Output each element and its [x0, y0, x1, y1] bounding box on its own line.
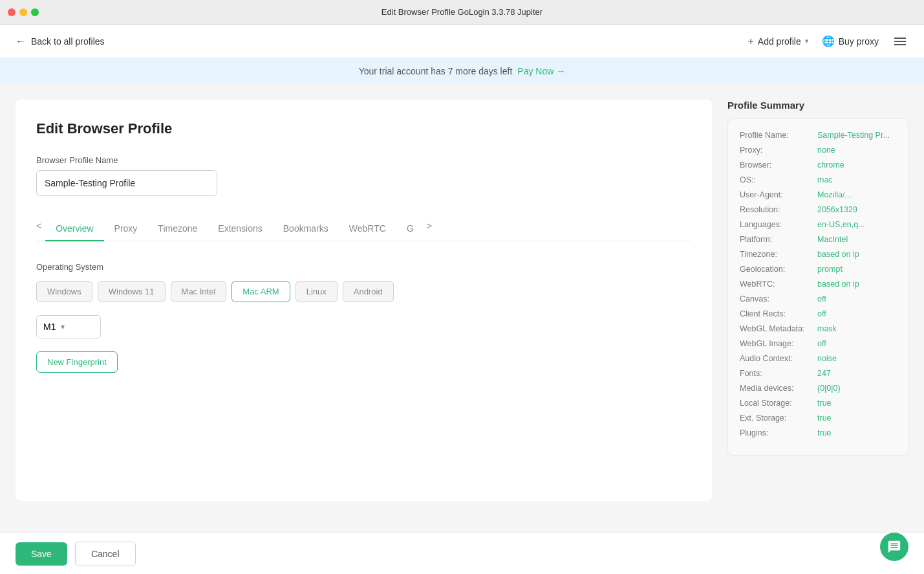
- chat-icon: [887, 540, 901, 554]
- os-buttons: Windows Windows 11 Mac Intel Mac ARM Lin…: [36, 281, 691, 302]
- os-btn-linux[interactable]: Linux: [295, 281, 338, 302]
- maximize-button[interactable]: [31, 8, 39, 16]
- title-bar: Edit Browser Profile GoLogin 3.3.78 Jupi…: [0, 0, 924, 25]
- summary-row-mediadevices: Media devices: (0|0|0): [740, 384, 896, 393]
- edit-form: Edit Browser Profile Browser Profile Nam…: [16, 100, 712, 501]
- nav-right: + Add profile ▾ 🌐 Buy proxy: [747, 35, 908, 48]
- profile-name-input[interactable]: [36, 170, 217, 196]
- summary-row-clientrects: Client Rects: off: [740, 309, 896, 318]
- summary-row-resolution: Resolution: 2056x1329: [740, 205, 896, 214]
- trial-message: Your trial account has 7 more days left: [359, 66, 513, 76]
- tab-overview[interactable]: Overview: [45, 217, 103, 241]
- top-nav: ← Back to all profiles + Add profile ▾ 🌐…: [0, 25, 924, 58]
- summary-row-browser: Browser: chrome: [740, 160, 896, 170]
- tabs-container: < Overview Proxy Timezone Extensions Boo…: [36, 217, 691, 241]
- main-content: Edit Browser Profile Browser Profile Nam…: [0, 84, 924, 516]
- summary-row-fonts: Fonts: 247: [740, 369, 896, 378]
- summary-row-audiocontext: Audio Context: noise: [740, 354, 896, 363]
- summary-row-proxy: Proxy: none: [740, 146, 896, 155]
- tab-extensions[interactable]: Extensions: [208, 217, 272, 241]
- os-section-label: Operating System: [36, 262, 691, 272]
- summary-row-platform: Platform: MacIntel: [740, 235, 896, 244]
- summary-card: Profile Name: Sample-Testing Pr... Proxy…: [727, 118, 908, 456]
- summary-row-timezone: Timezone: based on ip: [740, 250, 896, 259]
- add-profile-label: Add profile: [758, 36, 801, 47]
- summary-row-useragent: User-Agent: Mozilla/...: [740, 190, 896, 199]
- summary-row-webrtc: WebRTC: based on ip: [740, 280, 896, 289]
- os-btn-windows[interactable]: Windows: [36, 281, 92, 302]
- chevron-down-icon: ▾: [805, 37, 809, 45]
- tab-bookmarks[interactable]: Bookmarks: [273, 217, 339, 241]
- summary-row-localstorage: Local Storage: true: [740, 399, 896, 408]
- tab-g[interactable]: G: [396, 217, 424, 241]
- save-button[interactable]: Save: [16, 542, 67, 566]
- summary-row-webglimage: WebGL Image: off: [740, 339, 896, 348]
- tab-timezone[interactable]: Timezone: [147, 217, 208, 241]
- tab-prev-arrow[interactable]: <: [36, 221, 45, 237]
- back-button[interactable]: ← Back to all profiles: [16, 36, 105, 47]
- tab-proxy[interactable]: Proxy: [104, 217, 148, 241]
- version-dropdown[interactable]: M1 ▾: [36, 315, 101, 338]
- hamburger-menu[interactable]: [892, 35, 908, 48]
- profile-name-label: Browser Profile Name: [36, 155, 691, 165]
- trial-banner: Your trial account has 7 more days left …: [0, 58, 924, 84]
- tab-next-arrow[interactable]: >: [424, 221, 432, 237]
- os-btn-macarm[interactable]: Mac ARM: [231, 281, 290, 302]
- chat-button[interactable]: [880, 533, 908, 561]
- form-title: Edit Browser Profile: [36, 120, 691, 137]
- bottom-bar: Save Cancel: [0, 533, 924, 574]
- summary-row-extstorage: Ext. Storage: true: [740, 414, 896, 423]
- globe-icon: 🌐: [822, 35, 835, 47]
- profile-summary: Profile Summary Profile Name: Sample-Tes…: [727, 100, 908, 501]
- buy-proxy-button[interactable]: 🌐 Buy proxy: [822, 35, 879, 47]
- summary-row-profilename: Profile Name: Sample-Testing Pr...: [740, 131, 896, 140]
- cancel-button[interactable]: Cancel: [75, 542, 136, 566]
- summary-row-plugins: Plugins: true: [740, 428, 896, 437]
- close-button[interactable]: [8, 8, 16, 16]
- summary-row-os: OS:: mac: [740, 175, 896, 184]
- traffic-lights: [8, 8, 39, 16]
- window-title: Edit Browser Profile GoLogin 3.3.78 Jupi…: [381, 7, 543, 17]
- os-btn-android[interactable]: Android: [343, 281, 394, 302]
- summary-row-canvas: Canvas: off: [740, 294, 896, 304]
- summary-row-geolocation: Geolocation: prompt: [740, 265, 896, 274]
- chevron-down-icon: ▾: [61, 322, 65, 331]
- back-label: Back to all profiles: [31, 36, 105, 47]
- tab-webrtc[interactable]: WebRTC: [339, 217, 396, 241]
- os-btn-windows11[interactable]: Windows 11: [98, 281, 166, 302]
- add-profile-button[interactable]: + Add profile ▾: [747, 36, 808, 47]
- summary-title: Profile Summary: [727, 100, 908, 111]
- plus-icon: +: [747, 36, 753, 47]
- summary-row-languages: Languages: en-US,en,q...: [740, 220, 896, 229]
- pay-now-button[interactable]: Pay Now →: [517, 66, 565, 76]
- minimize-button[interactable]: [19, 8, 27, 16]
- back-arrow-icon: ←: [16, 36, 26, 47]
- new-fingerprint-button[interactable]: New Fingerprint: [36, 351, 118, 373]
- os-btn-macintel[interactable]: Mac Intel: [171, 281, 227, 302]
- version-value: M1: [43, 322, 56, 332]
- buy-proxy-label: Buy proxy: [839, 36, 879, 47]
- summary-row-webglmeta: WebGL Metadata: mask: [740, 324, 896, 333]
